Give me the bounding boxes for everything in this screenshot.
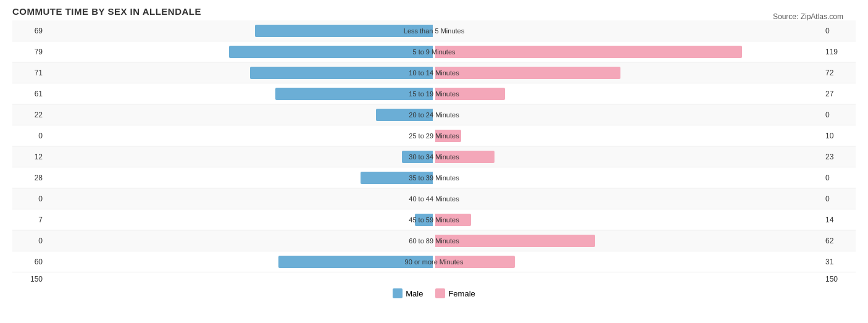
table-row: 7110 to 14 Minutes72 bbox=[12, 62, 856, 83]
table-row: 795 to 9 Minutes119 bbox=[12, 41, 856, 62]
bars-container: Less than 5 Minutes bbox=[46, 20, 822, 41]
male-bar-wrap bbox=[46, 167, 434, 188]
table-row: 1230 to 34 Minutes23 bbox=[12, 146, 856, 167]
female-bar-wrap bbox=[434, 41, 822, 62]
female-bar-wrap bbox=[434, 20, 822, 41]
male-bar bbox=[361, 172, 433, 184]
female-bar-wrap bbox=[434, 104, 822, 125]
female-bar-wrap bbox=[434, 230, 822, 251]
female-value: 27 bbox=[822, 90, 856, 98]
female-bar-wrap bbox=[434, 251, 822, 272]
male-bar bbox=[255, 25, 433, 37]
male-value: 22 bbox=[12, 111, 46, 119]
male-bar-wrap bbox=[46, 83, 434, 104]
bars-container: 15 to 19 Minutes bbox=[46, 83, 822, 104]
female-value: 0 bbox=[822, 27, 856, 35]
female-value: 0 bbox=[822, 174, 856, 182]
male-bar-wrap bbox=[46, 41, 434, 62]
bars-container: 90 or more Minutes bbox=[46, 251, 822, 272]
female-bar-wrap bbox=[434, 146, 822, 167]
bars-container: 5 to 9 Minutes bbox=[46, 41, 822, 62]
female-value: 0 bbox=[822, 111, 856, 119]
bars-container: 40 to 44 Minutes bbox=[46, 188, 822, 209]
male-bar-wrap bbox=[46, 62, 434, 83]
female-bar-wrap bbox=[434, 188, 822, 209]
male-value: 28 bbox=[12, 174, 46, 182]
female-value: 119 bbox=[822, 48, 856, 56]
male-bar bbox=[250, 67, 433, 79]
female-bar-wrap bbox=[434, 125, 822, 146]
male-bar-wrap bbox=[46, 125, 434, 146]
male-bar bbox=[229, 46, 433, 58]
table-row: 745 to 59 Minutes14 bbox=[12, 209, 856, 230]
male-bar bbox=[402, 151, 433, 163]
male-value: 7 bbox=[12, 216, 46, 224]
male-value: 61 bbox=[12, 90, 46, 98]
male-bar-wrap bbox=[46, 104, 434, 125]
male-bar-wrap bbox=[46, 188, 434, 209]
legend-male-box bbox=[393, 288, 403, 298]
bars-container: 20 to 24 Minutes bbox=[46, 104, 822, 125]
male-bar bbox=[415, 214, 433, 226]
bars-container: 30 to 34 Minutes bbox=[46, 146, 822, 167]
male-value: 60 bbox=[12, 258, 46, 266]
table-row: 69Less than 5 Minutes0 bbox=[12, 20, 856, 41]
legend-female-label: Female bbox=[448, 289, 475, 298]
male-value: 0 bbox=[12, 195, 46, 203]
female-bar bbox=[435, 235, 595, 247]
male-value: 79 bbox=[12, 48, 46, 56]
bars-container: 25 to 29 Minutes bbox=[46, 125, 822, 146]
table-row: 2220 to 24 Minutes0 bbox=[12, 104, 856, 125]
female-bar-wrap bbox=[434, 209, 822, 230]
female-bar-wrap bbox=[434, 83, 822, 104]
table-row: 040 to 44 Minutes0 bbox=[12, 188, 856, 209]
legend: Male Female bbox=[12, 288, 856, 298]
male-bar-wrap bbox=[46, 230, 434, 251]
male-bar bbox=[278, 256, 433, 268]
x-axis-right: 150 bbox=[822, 275, 856, 283]
table-row: 025 to 29 Minutes10 bbox=[12, 125, 856, 146]
female-bar-wrap bbox=[434, 62, 822, 83]
female-value: 62 bbox=[822, 237, 856, 245]
table-row: 6090 or more Minutes31 bbox=[12, 251, 856, 272]
female-value: 31 bbox=[822, 258, 856, 266]
female-bar bbox=[435, 214, 471, 226]
female-bar bbox=[435, 130, 461, 142]
male-value: 12 bbox=[12, 153, 46, 161]
female-value: 14 bbox=[822, 216, 856, 224]
male-bar-wrap bbox=[46, 20, 434, 41]
bars-container: 35 to 39 Minutes bbox=[46, 167, 822, 188]
bars-container: 60 to 89 Minutes bbox=[46, 230, 822, 251]
table-row: 6115 to 19 Minutes27 bbox=[12, 83, 856, 104]
female-bar bbox=[435, 88, 505, 100]
female-bar bbox=[435, 67, 620, 79]
male-bar-wrap bbox=[46, 251, 434, 272]
male-value: 0 bbox=[12, 132, 46, 140]
male-value: 0 bbox=[12, 237, 46, 245]
bars-container: 10 to 14 Minutes bbox=[46, 62, 822, 83]
table-row: 060 to 89 Minutes62 bbox=[12, 230, 856, 251]
table-row: 2835 to 39 Minutes0 bbox=[12, 167, 856, 188]
chart-area: 69Less than 5 Minutes0795 to 9 Minutes11… bbox=[12, 20, 856, 272]
female-value: 72 bbox=[822, 69, 856, 77]
female-bar bbox=[435, 151, 495, 163]
x-axis-left: 150 bbox=[12, 275, 46, 283]
x-axis: 150 150 bbox=[12, 275, 856, 283]
female-bar bbox=[435, 256, 515, 268]
male-value: 71 bbox=[12, 69, 46, 77]
female-value: 10 bbox=[822, 132, 856, 140]
female-value: 0 bbox=[822, 195, 856, 203]
legend-female-box bbox=[435, 288, 445, 298]
source-label: Source: ZipAtlas.com bbox=[773, 12, 843, 21]
male-bar-wrap bbox=[46, 146, 434, 167]
legend-male-label: Male bbox=[406, 289, 423, 298]
female-value: 23 bbox=[822, 153, 856, 161]
female-bar bbox=[435, 46, 742, 58]
chart-title: COMMUTE TIME BY SEX IN ALLENDALE bbox=[12, 6, 856, 17]
legend-female: Female bbox=[435, 288, 475, 298]
legend-male: Male bbox=[393, 288, 423, 298]
bars-container: 45 to 59 Minutes bbox=[46, 209, 822, 230]
female-bar-wrap bbox=[434, 167, 822, 188]
male-value: 69 bbox=[12, 27, 46, 35]
male-bar bbox=[275, 88, 433, 100]
